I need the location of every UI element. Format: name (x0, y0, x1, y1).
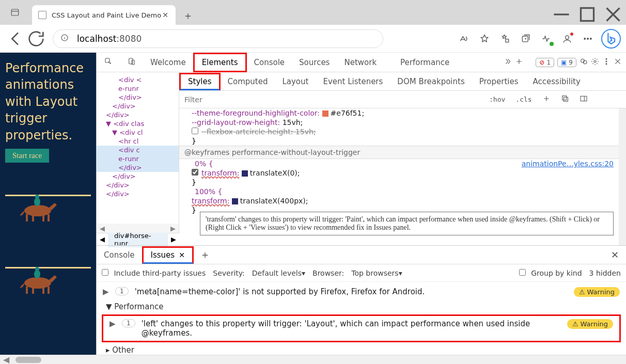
svg-rect-11 (42, 214, 44, 221)
browser-select[interactable]: Top browsers▾ (351, 269, 402, 277)
tab-performance[interactable]: Performance (393, 53, 457, 72)
prop-toggle[interactable] (192, 169, 198, 176)
favorites-bar-icon[interactable] (495, 28, 515, 49)
new-tab-button[interactable]: ＋ (179, 6, 197, 25)
subtab-layout[interactable]: Layout (275, 73, 316, 90)
browser-toolbar: localhost:8080 (0, 25, 626, 53)
minimize-button[interactable] (549, 4, 574, 25)
prop-toggle[interactable] (192, 128, 198, 134)
horse-2 (5, 261, 91, 302)
profile-icon[interactable] (557, 28, 577, 49)
drawer-tab-console[interactable]: Console (97, 246, 142, 264)
message-count-badge[interactable]: ▣9 (557, 58, 576, 67)
tab-elements[interactable]: Elements (193, 53, 247, 72)
start-race-button[interactable]: Start race (5, 149, 49, 163)
hov-toggle[interactable]: :hov (484, 96, 510, 103)
subtab-styles[interactable]: Styles (179, 73, 221, 90)
favorite-icon[interactable] (474, 28, 495, 49)
app-menu-icon[interactable] (0, 0, 30, 25)
subtab-computed[interactable]: Computed (221, 73, 275, 90)
more-menu-icon[interactable] (577, 28, 598, 49)
drawer-tab-issues[interactable]: Issues✕ (142, 246, 194, 264)
toggle-sidebar-icon[interactable] (574, 94, 593, 104)
hidden-count[interactable]: 3 hidden (589, 269, 621, 277)
issue-category[interactable]: ▼ Performance (97, 300, 626, 313)
refresh-button[interactable] (26, 28, 46, 49)
site-info-icon[interactable] (60, 34, 69, 44)
dom-breadcrumb[interactable]: ◀ div#horse-runr ▶ (97, 233, 179, 245)
svg-point-27 (594, 60, 596, 62)
devtools-main-tabs: Welcome Elements Console Sources Network… (97, 53, 626, 72)
issue-row[interactable]: ▶1 'meta[name=theme-color]' is not suppo… (97, 284, 626, 300)
svg-rect-12 (48, 214, 50, 221)
tab-title: CSS Layout and Paint Live Demo (52, 11, 161, 19)
svg-point-14 (35, 195, 39, 199)
styles-filter-input[interactable] (179, 92, 484, 107)
styles-body[interactable]: --theme-foreground-highlight-color: #e76… (179, 108, 626, 245)
tab-welcome[interactable]: Welcome (143, 53, 193, 72)
include-third-party-checkbox[interactable]: Include third-party issues (102, 269, 206, 277)
feedback-icon[interactable] (580, 57, 588, 67)
tab-console[interactable]: Console (247, 53, 292, 72)
device-icon[interactable] (128, 57, 136, 67)
close-window-button[interactable] (600, 4, 626, 25)
subtab-event-listeners[interactable]: Event Listeners (316, 73, 390, 90)
error-count-badge[interactable]: ⊘1 (536, 58, 554, 67)
svg-rect-9 (26, 214, 28, 221)
svg-point-29 (606, 61, 607, 62)
add-tool-icon[interactable] (515, 57, 523, 67)
svg-point-20 (34, 270, 40, 278)
svg-rect-17 (32, 287, 34, 294)
svg-point-4 (566, 36, 569, 39)
close-tab-icon[interactable]: ✕ (161, 11, 169, 19)
group-by-kind-checkbox[interactable]: Group by kind (519, 269, 582, 277)
url-port: :8080 (116, 34, 142, 44)
bing-sidebar-icon[interactable] (601, 29, 621, 49)
svg-point-30 (606, 64, 607, 65)
page-content: Performance animations with Layout trigg… (0, 53, 96, 355)
page-favicon (38, 11, 46, 19)
issues-list: ▶1 'meta[name=theme-color]' is not suppo… (97, 282, 626, 355)
browser-tab[interactable]: CSS Layout and Paint Live Demo ✕ (32, 5, 176, 25)
source-link[interactable]: animationPe…yles.css:20 (522, 160, 614, 168)
svg-rect-16 (26, 287, 28, 294)
svg-point-15 (24, 277, 51, 289)
back-button[interactable] (5, 28, 26, 49)
svg-point-28 (606, 58, 607, 59)
svg-point-21 (35, 267, 39, 271)
settings-gear-icon[interactable] (591, 57, 599, 67)
tab-sources[interactable]: Sources (292, 53, 337, 72)
svg-rect-10 (32, 214, 34, 221)
svg-rect-23 (129, 58, 132, 64)
close-devtools-icon[interactable] (614, 57, 622, 67)
warning-badge: ⚠ Warning (567, 319, 613, 329)
page-heading: Performance animations with Layout trigg… (5, 60, 91, 144)
svg-rect-18 (42, 287, 44, 294)
more-tabs-icon[interactable] (504, 57, 512, 67)
close-drawer-icon[interactable]: ✕ (604, 249, 626, 260)
maximize-button[interactable] (574, 4, 600, 25)
keyframes-header: @keyframes performance-without-layout-tr… (179, 146, 619, 159)
url-host: localhost (77, 34, 116, 44)
tab-network[interactable]: Network (337, 53, 384, 72)
copy-styles-icon[interactable] (556, 94, 574, 104)
severity-select[interactable]: Default levels▾ (252, 269, 305, 277)
svg-rect-32 (564, 97, 568, 101)
subtab-properties[interactable]: Properties (472, 73, 526, 90)
warning-badge: ⚠ Warning (574, 287, 620, 297)
kebab-menu-icon[interactable] (602, 57, 611, 67)
add-drawer-tab-icon[interactable]: ＋ (194, 248, 216, 262)
dom-tree[interactable]: <div <e-runr</div></div></div>▼ <div cla… (97, 72, 179, 233)
page-horizontal-scrollbar[interactable]: ◀ (0, 355, 626, 364)
subtab-dom-breakpoints[interactable]: DOM Breakpoints (390, 73, 472, 90)
issue-row[interactable]: ▶1 'left' changes to this property will … (103, 316, 619, 341)
issue-category[interactable]: ▸ Other (97, 343, 626, 355)
cls-toggle[interactable]: .cls (510, 96, 537, 103)
new-rule-icon[interactable] (537, 94, 556, 104)
collections-icon[interactable] (515, 28, 536, 49)
address-bar[interactable]: localhost:8080 (53, 29, 383, 48)
subtab-accessibility[interactable]: Accessibility (526, 73, 588, 90)
performance-icon[interactable] (536, 28, 557, 49)
read-aloud-icon[interactable] (453, 28, 474, 49)
inspect-icon[interactable] (104, 57, 113, 67)
